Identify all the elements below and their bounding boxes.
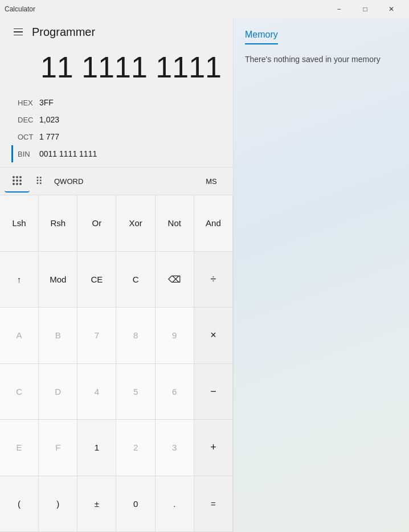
key-shift[interactable]: ↑ — [0, 252, 39, 308]
bin-value: 0011 1111 1111 — [39, 149, 97, 158]
key-or[interactable]: Or — [77, 195, 116, 251]
hex-label: HEX — [18, 99, 39, 107]
key-b[interactable]: B — [39, 308, 77, 363]
minimize-button[interactable]: − — [326, 0, 352, 18]
key-a[interactable]: A — [0, 308, 39, 363]
key-2[interactable]: 2 — [116, 420, 155, 476]
oct-label: OCT — [18, 133, 39, 141]
key-rsh[interactable]: Rsh — [39, 195, 77, 251]
right-panel: Memory There's nothing saved in your mem… — [234, 18, 409, 532]
key-f[interactable]: F — [39, 420, 77, 476]
hamburger-button[interactable] — [9, 23, 27, 41]
key-0[interactable]: 0 — [116, 476, 155, 532]
app-container: Programmer 11 1111 1111 HEX 3FF DEC 1,02… — [0, 18, 409, 532]
key-9[interactable]: 9 — [156, 308, 194, 363]
key-backspace[interactable]: ⌫ — [156, 252, 194, 308]
network-button[interactable]: ⠿ — [30, 170, 48, 193]
key-and[interactable]: And — [194, 195, 233, 251]
key-add[interactable]: + — [194, 420, 233, 476]
key-multiply[interactable]: × — [194, 308, 233, 363]
memory-empty-message: There's nothing saved in your memory — [245, 54, 398, 66]
display-area: 11 1111 1111 — [0, 46, 233, 89]
key-4[interactable]: 4 — [77, 364, 116, 420]
window-controls: − □ ✕ — [326, 0, 404, 18]
hex-row[interactable]: HEX 3FF — [11, 94, 222, 111]
key-6[interactable]: 6 — [156, 364, 194, 420]
key-d[interactable]: D — [39, 364, 77, 420]
key-c[interactable]: C — [116, 252, 155, 308]
backspace-symbol: ⌫ — [168, 274, 181, 285]
key-open-paren[interactable]: ( — [0, 476, 39, 532]
keypad: Lsh Rsh Or Xor Not And ↑ Mod CE C ⌫ ÷ A … — [0, 195, 233, 532]
maximize-button[interactable]: □ — [352, 0, 378, 18]
left-panel: Programmer 11 1111 1111 HEX 3FF DEC 1,02… — [0, 18, 234, 532]
key-c-hex[interactable]: C — [0, 364, 39, 420]
oct-value: 1 777 — [39, 132, 59, 141]
memory-tab[interactable]: Memory — [245, 30, 278, 44]
key-lsh[interactable]: Lsh — [0, 195, 39, 251]
dots-icon — [13, 176, 22, 185]
number-representations: HEX 3FF DEC 1,023 OCT 1 777 BIN 0011 111… — [0, 89, 233, 167]
network-icon: ⠿ — [35, 175, 43, 187]
dec-label: DEC — [18, 116, 39, 124]
ms-button[interactable]: MS — [194, 170, 228, 193]
app-title-bar: Calculator — [5, 5, 35, 13]
header: Programmer — [0, 18, 233, 46]
key-divide[interactable]: ÷ — [194, 252, 233, 308]
title-bar: Calculator − □ ✕ — [0, 0, 409, 18]
qword-button[interactable]: QWORD — [48, 170, 89, 193]
oct-row[interactable]: OCT 1 777 — [11, 128, 222, 145]
main-display: 11 1111 1111 — [11, 51, 222, 84]
dec-value: 1,023 — [39, 115, 59, 124]
key-plusminus[interactable]: ± — [77, 476, 116, 532]
key-subtract[interactable]: − — [194, 364, 233, 420]
key-close-paren[interactable]: ) — [39, 476, 77, 532]
app-mode-title: Programmer — [32, 26, 95, 39]
key-not[interactable]: Not — [156, 195, 194, 251]
key-xor[interactable]: Xor — [116, 195, 155, 251]
key-3[interactable]: 3 — [156, 420, 194, 476]
bin-label: BIN — [18, 150, 39, 158]
mode-row: ⠿ QWORD MS — [0, 167, 233, 195]
bitfield-button[interactable] — [5, 170, 30, 193]
key-mod[interactable]: Mod — [39, 252, 77, 308]
dec-row[interactable]: DEC 1,023 — [11, 111, 222, 128]
bin-row[interactable]: BIN 0011 1111 1111 — [11, 145, 222, 162]
key-dot[interactable]: . — [156, 476, 194, 532]
key-8[interactable]: 8 — [116, 308, 155, 363]
key-ce[interactable]: CE — [77, 252, 116, 308]
key-e[interactable]: E — [0, 420, 39, 476]
close-button[interactable]: ✕ — [378, 0, 404, 18]
key-5[interactable]: 5 — [116, 364, 155, 420]
key-1[interactable]: 1 — [77, 420, 116, 476]
hamburger-icon — [14, 28, 23, 36]
key-equals[interactable]: = — [194, 476, 233, 532]
key-7[interactable]: 7 — [77, 308, 116, 363]
hex-value: 3FF — [39, 98, 54, 107]
